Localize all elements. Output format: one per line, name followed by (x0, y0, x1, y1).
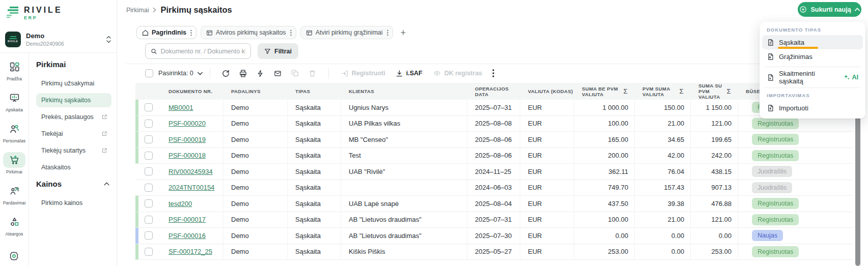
date-cell: 2025–07–31 (467, 212, 520, 228)
rail-item-apskaita[interactable]: Apskaita (3, 90, 25, 112)
col-suma-be-pvm[interactable]: SUMA BE PVM VALIUTAΣ (574, 83, 635, 100)
row-checkbox[interactable] (145, 152, 153, 160)
menu-item-importuoti[interactable]: Importuoti (762, 101, 863, 115)
search-input[interactable] (161, 48, 245, 55)
col-dokumento-nr[interactable]: DOKUMENTO NR. (161, 83, 223, 100)
rail-item-pardavimai[interactable]: Pardavimai (3, 183, 26, 205)
document-link[interactable]: PSF-000019 (169, 136, 206, 143)
vat-amount-cell: 39.38 (635, 196, 691, 212)
net-amount-cell: 165.00 (574, 132, 635, 147)
row-checkbox[interactable] (145, 167, 153, 175)
copy-button[interactable] (287, 69, 304, 77)
status-cell: Registruotas (738, 244, 853, 260)
selected-count[interactable]: Pasirinkta: 0 (158, 70, 203, 77)
rail-item-atsargos[interactable]: Atsargos (3, 214, 25, 237)
rail-item-nustatymai[interactable]: Nustatymai (3, 248, 26, 266)
vat-amount-cell: 21.00 (635, 212, 691, 228)
dk-registras-button[interactable]: DK registras (433, 70, 482, 77)
register-icon (341, 70, 349, 77)
sidebar-item-pirkimo-kainos[interactable]: Pirkimo kainos (36, 196, 111, 210)
sidebar-item-pirkimu-saskaitos[interactable]: Pirkimų sąskaitos (36, 93, 111, 107)
tab-pagrindinis[interactable]: Pagrindinis (136, 26, 197, 39)
menu-item-grazinimas[interactable]: Grąžinimas (762, 49, 863, 64)
col-suma-su-pvm[interactable]: SUMA SU PVM VALIUTAΣ (691, 83, 738, 100)
rail-item-personalas[interactable]: Personalas (3, 121, 26, 143)
tab-atviros-pirkimu-saskaitos[interactable]: Atviros pirkimų sąskaitos (201, 26, 296, 39)
create-new-dropdown: DOKUMENTO TIPAS Sąskaita Grąžinimas Skai… (760, 22, 865, 119)
filters-button[interactable]: Filtrai (258, 43, 298, 59)
document-link[interactable]: PSF-000016 (169, 232, 206, 240)
row-checkbox-cell (138, 228, 161, 244)
printer-icon (239, 69, 247, 78)
vertical-scrollbar-thumb[interactable] (855, 113, 860, 266)
document-number-cell: PSF-000018 (161, 148, 223, 164)
col-tipas[interactable]: TIPAS (288, 83, 341, 100)
refresh-button[interactable] (217, 69, 235, 78)
kebab-menu-icon[interactable] (387, 29, 388, 36)
breadcrumb-parent[interactable]: Pirkimai (126, 7, 149, 14)
sidebar-item-prekes-paslaugos[interactable]: Prekės, paslaugos (36, 110, 111, 124)
row-checkbox[interactable] (145, 184, 153, 192)
toolbar-kebab-button[interactable] (487, 69, 499, 77)
document-link[interactable]: RIV000245934 (169, 168, 213, 175)
email-button[interactable] (269, 70, 287, 77)
row-checkbox[interactable] (145, 120, 153, 128)
net-amount-cell: 0.00 (574, 228, 635, 244)
sigma-icon[interactable]: Σ (680, 88, 684, 94)
quick-action-button[interactable] (252, 69, 269, 78)
document-link[interactable]: PSF-000018 (169, 152, 206, 159)
view-tabs: Pagrindinis Atviros pirkimų sąskaitos At… (136, 26, 409, 39)
kebab-menu-icon[interactable] (290, 29, 292, 36)
document-link[interactable]: PSF-000017 (169, 216, 206, 223)
document-link[interactable]: PSF-000020 (169, 120, 206, 127)
register-button[interactable]: Registruoti (341, 70, 385, 77)
menu-item-skaitmeninti-saskaita[interactable]: Skaitmeninti sąskaitą AI (762, 70, 863, 84)
isaf-export-button[interactable]: i.SAF (396, 70, 423, 77)
table-view-icon (306, 29, 313, 36)
client-cell: Kiškis Piškis (341, 244, 467, 260)
sidebar-item-ataskaitos[interactable]: Ataskaitos (36, 160, 111, 174)
people-icon (9, 124, 20, 134)
workspace-updown-icon[interactable] (106, 36, 111, 43)
select-all-checkbox[interactable] (145, 69, 153, 77)
table-header: DOKUMENTO NR. PADALINYS TIPAS KLIENTAS O… (135, 83, 853, 100)
row-checkbox[interactable] (145, 199, 153, 208)
document-link[interactable]: SF-000172_25 (169, 248, 212, 255)
sidebar-item-tiekejai[interactable]: Tiekėjai (36, 127, 111, 141)
document-link[interactable]: MB0001 (169, 104, 193, 111)
vat-amount-cell: 0.00 (635, 244, 691, 260)
delete-button[interactable] (304, 69, 321, 77)
sidebar-item-pirkimu-uzsakymai[interactable]: Pirkimų užsakymai (36, 76, 111, 91)
row-checkbox[interactable] (145, 103, 153, 111)
add-view-tab[interactable] (397, 26, 409, 39)
sigma-icon[interactable]: Σ (624, 88, 628, 94)
col-pvm-suma[interactable]: PVM SUMA VALIUTAΣ (635, 83, 691, 100)
workspace-switcher[interactable]: RIVILE Demo Demo20240906 (5, 32, 111, 53)
col-klientas[interactable]: KLIENTAS (341, 83, 467, 100)
rail-item-pradzia[interactable]: Pradžia (3, 59, 25, 81)
kebab-menu-icon[interactable] (190, 29, 192, 36)
document-link[interactable]: tesd200 (169, 200, 192, 208)
table-row: PSF-000018DemoSąskaitaTest2025–08–06EUR2… (135, 148, 853, 164)
row-checkbox[interactable] (145, 135, 153, 143)
tab-atviri-pirkimu-grazinimai[interactable]: Atviri pirkimų grąžinimai (300, 26, 393, 39)
date-cell: 2024–06–03 (467, 180, 520, 196)
sigma-icon[interactable]: Σ (727, 88, 731, 94)
print-button[interactable] (235, 69, 252, 78)
create-new-button[interactable]: Sukurti naują (798, 2, 861, 17)
menu-item-saskaita[interactable]: Sąskaita (762, 35, 863, 49)
col-operacijos-data[interactable]: OPERACIJOS DATA (467, 83, 503, 100)
sidebar-item-tiekeju-sutartys[interactable]: Tiekėjų sutartys (36, 143, 111, 158)
table-view-icon (206, 29, 213, 36)
rail-item-pirkimai[interactable]: Pirkimai (3, 152, 25, 174)
document-link[interactable]: 2024TNT00154 (169, 184, 214, 191)
row-checkbox[interactable] (145, 216, 153, 224)
row-checkbox[interactable] (145, 231, 153, 240)
col-padalinys[interactable]: PADALINYS (223, 83, 288, 100)
submenu-section-kainos[interactable]: Kainos (36, 180, 111, 188)
search-box[interactable] (145, 43, 251, 59)
sparkles-icon (843, 74, 850, 81)
col-valiuta[interactable]: VALIUTA (KODAS) (520, 83, 574, 100)
type-cell: Sąskaita (288, 228, 341, 244)
row-checkbox[interactable] (145, 248, 153, 256)
